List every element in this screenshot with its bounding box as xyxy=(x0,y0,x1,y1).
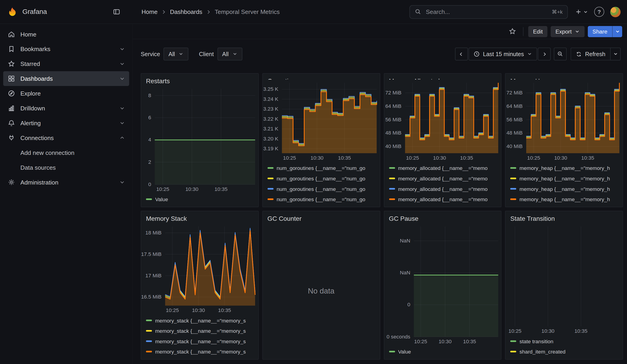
refresh-interval-button[interactable] xyxy=(610,48,621,60)
legend-item[interactable]: memory_allocated {__name__="memo xyxy=(389,173,496,184)
legend-series-color xyxy=(510,178,516,179)
legend-series-color xyxy=(389,178,395,179)
export-button-label: Export xyxy=(555,28,572,35)
legend: memory_stack {__name__="memory_smemory_s… xyxy=(141,315,258,357)
memory-allocated-chart[interactable]: 72 MiB64 MiB56 MiB48 MiB40 MiB10:2510:30… xyxy=(384,80,501,162)
legend-item[interactable]: Value xyxy=(389,346,496,357)
sidebar-item-data-sources[interactable]: Data sources xyxy=(3,160,129,175)
legend-item[interactable]: num_goroutines {__name__="num_go xyxy=(267,173,375,184)
svg-text:10:30: 10:30 xyxy=(554,155,567,161)
panel-title[interactable]: Memory Heap xyxy=(506,74,623,80)
sidebar-item-home[interactable]: Home xyxy=(3,27,129,42)
breadcrumb-home[interactable]: Home xyxy=(142,8,157,15)
legend-item[interactable]: memory_heap {__name__="memory_h xyxy=(510,163,618,173)
sidebar-item-administration[interactable]: Administration xyxy=(3,175,129,190)
svg-text:10:30: 10:30 xyxy=(438,338,451,344)
time-shift-back-button[interactable] xyxy=(455,48,468,60)
no-data-message: No data xyxy=(263,223,380,359)
zoom-out-button[interactable] xyxy=(554,48,567,60)
export-button[interactable]: Export xyxy=(551,26,584,37)
panel-title[interactable]: State Transition xyxy=(506,211,623,223)
favorite-star-icon[interactable] xyxy=(506,25,518,37)
goroutines-chart[interactable]: 3.25 K3.24 K3.23 K3.22 K3.21 K3.20 K3.19… xyxy=(263,80,380,162)
gc-pause-chart[interactable]: NaNNaN00 seconds10:2510:3010:35 xyxy=(384,223,501,346)
variable-label: Service xyxy=(141,51,160,57)
legend-item[interactable]: memory_heap {__name__="memory_h xyxy=(510,173,618,184)
legend-item[interactable]: state transition xyxy=(510,336,618,346)
sidebar-item-drilldown[interactable]: Drilldown xyxy=(3,101,129,116)
dashboard-toolbar: Edit Export Share xyxy=(133,24,627,39)
panel-title[interactable]: Memory Stack xyxy=(141,211,258,223)
legend-series-color xyxy=(510,188,516,190)
clock-icon xyxy=(473,51,480,57)
svg-text:10:25: 10:25 xyxy=(508,328,522,334)
sidebar-item-add-new-connection[interactable]: Add new connection xyxy=(3,145,129,160)
share-menu-button[interactable] xyxy=(612,26,622,37)
legend-item[interactable]: memory_stack {__name__="memory_s xyxy=(146,315,253,326)
legend-item[interactable]: memory_stack {__name__="memory_s xyxy=(146,326,253,336)
time-range-picker[interactable]: Last 15 minutes xyxy=(469,48,537,60)
legend-item[interactable]: memory_stack {__name__="memory_s xyxy=(146,336,253,346)
legend-item[interactable]: memory_allocated {__name__="memo xyxy=(389,163,496,173)
search-box[interactable]: ⌘+k xyxy=(410,5,568,19)
top-bar: Grafana Home Dashboards Temporal Server … xyxy=(0,0,627,24)
sidebar-item-explore[interactable]: Explore xyxy=(3,86,129,101)
legend-item[interactable]: memory_heap {__name__="memory_h xyxy=(510,194,618,205)
svg-text:10:35: 10:35 xyxy=(575,328,587,334)
grafana-logo-icon[interactable] xyxy=(7,7,18,17)
sidebar-item-bookmarks[interactable]: Bookmarks xyxy=(3,42,129,56)
chevron-down-icon xyxy=(575,29,580,34)
restarts-chart[interactable]: 8642010:2510:3010:35 xyxy=(141,86,258,193)
memory-stack-chart[interactable]: 18 MiB17.5 MiB17 MiB16.5 MiB10:2510:3010… xyxy=(141,223,258,314)
edit-button[interactable]: Edit xyxy=(528,26,547,37)
svg-text:10:35: 10:35 xyxy=(581,155,594,161)
svg-text:2: 2 xyxy=(148,159,151,165)
svg-text:18 MiB: 18 MiB xyxy=(146,230,162,236)
legend-item[interactable]: num_goroutines {__name__="num_go xyxy=(267,194,375,205)
legend-series-color xyxy=(510,340,516,342)
state-transition-chart[interactable]: 10:2510:3010:35 xyxy=(506,223,623,335)
user-avatar[interactable] xyxy=(610,7,621,17)
svg-text:40 MiB: 40 MiB xyxy=(385,143,401,149)
legend-item[interactable]: Value xyxy=(146,194,253,205)
search-icon xyxy=(415,8,421,15)
legend: memory_heap {__name__="memory_hmemory_he… xyxy=(506,163,623,204)
panel-title[interactable]: Memory Allocated xyxy=(384,74,501,80)
search-input[interactable] xyxy=(425,8,548,15)
panel-title[interactable]: GC Counter xyxy=(263,211,380,223)
sidebar-item-alerting[interactable]: Alerting xyxy=(3,116,129,130)
legend-item[interactable]: memory_heap {__name__="memory_h xyxy=(510,184,618,194)
breadcrumb-dashboards[interactable]: Dashboards xyxy=(170,8,202,15)
sidebar-item-dashboards[interactable]: Dashboards xyxy=(3,71,129,86)
sidebar-item-connections[interactable]: Connections xyxy=(3,130,129,145)
variable-label: Client xyxy=(199,51,214,57)
client-dropdown[interactable]: All xyxy=(217,48,242,60)
share-button[interactable]: Share xyxy=(587,26,612,37)
main-content: Edit Export Share Service All C xyxy=(133,24,627,364)
add-new-button[interactable] xyxy=(575,8,588,15)
legend-item[interactable]: memory_allocated {__name__="memo xyxy=(389,184,496,194)
legend-item[interactable]: num_goroutines {__name__="num_go xyxy=(267,163,375,173)
panel-title[interactable]: Restarts xyxy=(141,74,258,86)
legend-item[interactable]: shard_item_created xyxy=(510,346,618,357)
sidebar-item-starred[interactable]: Starred xyxy=(3,56,129,71)
legend-series-color xyxy=(267,188,273,190)
time-shift-forward-button[interactable] xyxy=(538,48,551,60)
help-icon[interactable]: ? xyxy=(594,7,604,17)
sidebar-toggle-icon[interactable] xyxy=(110,6,122,18)
legend-item[interactable]: memory_stack {__name__="memory_s xyxy=(146,346,253,357)
memory-heap-chart[interactable]: 72 MiB64 MiB56 MiB48 MiB40 MiB10:2510:30… xyxy=(506,80,623,162)
service-dropdown-value: All xyxy=(168,51,175,57)
panel-title[interactable]: Goroutines xyxy=(263,74,380,80)
refresh-button[interactable]: Refresh xyxy=(571,48,610,60)
legend-item[interactable]: num_goroutines {__name__="num_go xyxy=(267,184,375,194)
legend-series-color xyxy=(146,319,152,321)
panel-title[interactable]: GC Pause xyxy=(384,211,501,223)
legend-series-label: memory_allocated {__name__="memo xyxy=(398,196,488,202)
svg-text:10:25: 10:25 xyxy=(283,155,296,161)
chevron-down-icon xyxy=(527,52,532,56)
svg-text:10:25: 10:25 xyxy=(166,307,179,313)
panel-state-transition: State Transition 10:2510:3010:35 state t… xyxy=(505,211,623,360)
service-dropdown[interactable]: All xyxy=(164,48,189,60)
legend-item[interactable]: memory_allocated {__name__="memo xyxy=(389,194,496,205)
